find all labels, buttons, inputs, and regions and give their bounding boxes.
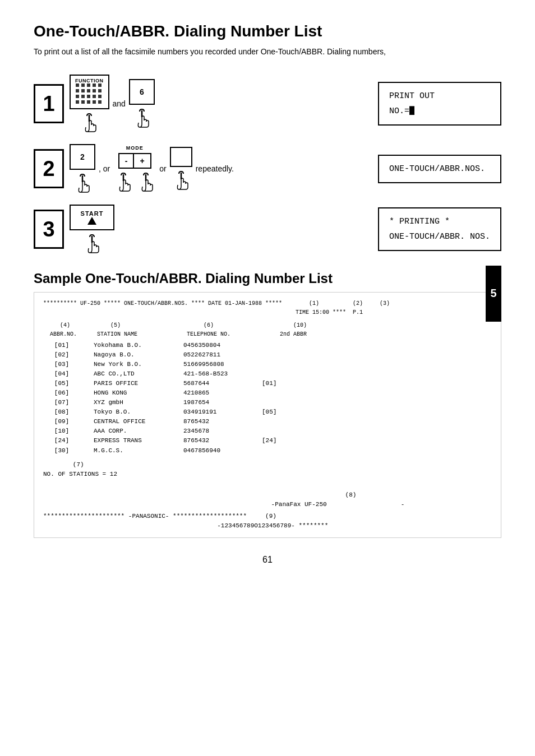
step-2: 2 2 , or MODE bbox=[34, 144, 501, 193]
step-1-number: 1 bbox=[34, 84, 64, 123]
hand-icon-6 bbox=[171, 168, 191, 191]
and-text: and bbox=[113, 99, 126, 108]
display-line-5: ONE-TOUCH/ABBR. NOS. bbox=[389, 229, 490, 244]
table-row: [04] ABC CO.,LTD 421-568-B523 bbox=[43, 369, 492, 379]
blank-key[interactable] bbox=[170, 147, 192, 167]
mode-minus-btn[interactable]: - bbox=[119, 154, 135, 168]
display-line-3: ONE-TOUCH/ABBR.NOS. bbox=[389, 161, 490, 177]
step-1-left: 1 FUNCTION bbox=[34, 75, 361, 133]
step-2-display: ONE-TOUCH/ABBR.NOS. bbox=[372, 144, 501, 193]
step-3-screen: * PRINTING * ONE-TOUCH/ABBR. NOS. bbox=[378, 207, 501, 251]
side-tab-label: 5 bbox=[490, 287, 496, 300]
hand-icon-3 bbox=[72, 171, 93, 193]
table-row: [05] PARIS OFFICE 5687644 [01] bbox=[43, 379, 492, 388]
start-triangle bbox=[80, 217, 104, 225]
table-row: [02] Nagoya B.O. 0522627811 bbox=[43, 350, 492, 360]
step-1-illustration: FUNCTION bbox=[70, 75, 361, 133]
repeatedly-text: repeatedly. bbox=[196, 164, 234, 173]
two-key[interactable]: 2 bbox=[70, 144, 95, 170]
col-headers: (4) ABBR.NO. (5) STATION NAME (6) TELEPH… bbox=[43, 321, 492, 338]
table-row: [07] XYZ gmbH 1987654 bbox=[43, 398, 492, 407]
step-1-screen: PRINT OUT NO.=█ bbox=[378, 82, 501, 126]
subtitle: To print out a list of all the facsimile… bbox=[34, 46, 501, 58]
printout-footer: (7) NO. OF STATIONS = 12 bbox=[43, 460, 492, 479]
or-text: or bbox=[159, 164, 166, 173]
mode-label: MODE bbox=[126, 145, 144, 151]
bottom-line: ********************** -PANASONIC- *****… bbox=[43, 512, 492, 531]
printout-rows: [01] Yokohama B.O. 0456350804 [02] Nagoy… bbox=[43, 341, 492, 456]
step-3: 3 START bbox=[34, 205, 501, 254]
display-line-2: NO.=█ bbox=[389, 104, 490, 119]
display-line-4: * PRINTING * bbox=[389, 214, 490, 229]
page-footer: 61 bbox=[34, 555, 501, 565]
hand-icon-4 bbox=[113, 170, 133, 192]
printout-header: ********** UF-250 ***** ONE-TOUCH/ABBR.N… bbox=[43, 299, 492, 317]
step-1-display: PRINT OUT NO.=█ bbox=[372, 75, 501, 133]
step-2-left: 2 2 , or MODE bbox=[34, 144, 361, 193]
table-row: [30] M.G.C.S. 0467856940 bbox=[43, 446, 492, 456]
hand-icon-2 bbox=[132, 106, 152, 128]
hand-icon-7 bbox=[82, 231, 102, 254]
table-row: [09] CENTRAL OFFICE 8765432 bbox=[43, 417, 492, 426]
main-title: One-Touch/ABBR. Dialing Number List bbox=[34, 22, 501, 40]
table-row: [03] New York B.O. 51669956808 bbox=[43, 360, 492, 369]
mode-plus-btn[interactable]: + bbox=[134, 154, 150, 168]
step-2-number: 2 bbox=[34, 149, 64, 188]
table-row: [08] Tokyo B.O. 034919191 [05] bbox=[43, 407, 492, 417]
start-key[interactable]: START bbox=[70, 205, 114, 230]
table-row: [10] AAA CORP. 2345678 bbox=[43, 426, 492, 436]
step-2-screen: ONE-TOUCH/ABBR.NOS. bbox=[378, 155, 501, 183]
table-row: [06] HONG KONG 4210865 bbox=[43, 388, 492, 398]
comma-or-text: , or bbox=[99, 164, 110, 173]
mode-buttons: - + bbox=[118, 153, 151, 169]
display-line-1: PRINT OUT bbox=[389, 89, 490, 104]
step-3-left: 3 START bbox=[34, 205, 361, 254]
hand-icon-5 bbox=[136, 170, 156, 192]
step-3-illustration: START bbox=[70, 205, 361, 254]
step-3-display: * PRINTING * ONE-TOUCH/ABBR. NOS. bbox=[372, 205, 501, 254]
hand-icon-1 bbox=[79, 110, 99, 133]
six-key[interactable]: 6 bbox=[129, 79, 155, 105]
step-2-illustration: 2 , or MODE - + bbox=[70, 144, 361, 193]
triangle-icon bbox=[87, 217, 96, 225]
page-number: 61 bbox=[262, 555, 273, 564]
sample-printout: ********** UF-250 ***** ONE-TOUCH/ABBR.N… bbox=[34, 292, 501, 538]
side-tab: 5 bbox=[486, 266, 501, 322]
table-row: [01] Yokohama B.O. 0456350804 bbox=[43, 341, 492, 350]
table-row: [24] EXPRESS TRANS 8765432 [24] bbox=[43, 436, 492, 446]
keyboard-grid bbox=[76, 84, 103, 105]
printer-label: (8) -PanaFax UF-250 - bbox=[43, 490, 492, 509]
step-3-number: 3 bbox=[34, 210, 64, 249]
function-key[interactable]: FUNCTION bbox=[70, 75, 109, 109]
sample-title: Sample One-Touch/ABBR. Dialing Number Li… bbox=[34, 271, 501, 286]
step-1: 1 FUNCTION bbox=[34, 75, 501, 133]
